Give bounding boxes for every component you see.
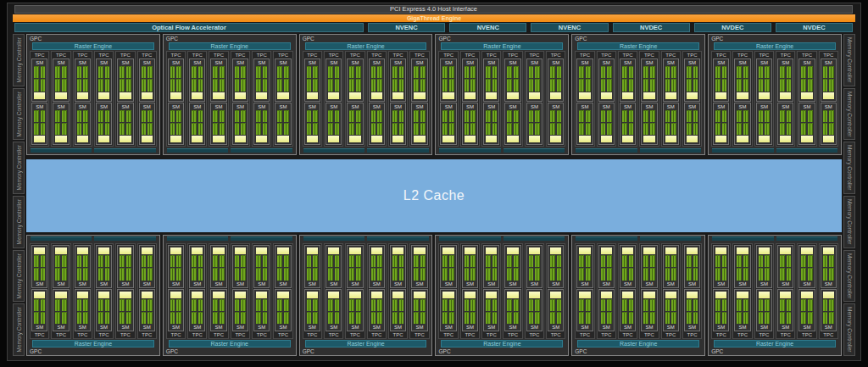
sm-label: SM bbox=[326, 103, 341, 110]
sm-core-row bbox=[256, 110, 267, 122]
core-grid-cell bbox=[328, 312, 333, 324]
core-grid-cell bbox=[535, 299, 540, 311]
sm-core-row bbox=[622, 66, 633, 78]
core-grid-cell bbox=[765, 79, 770, 91]
tpc-block: SMSMTPC bbox=[30, 243, 49, 339]
sm-register-bar bbox=[643, 136, 654, 142]
tpc-label: TPC bbox=[253, 52, 270, 58]
core-grid-cell bbox=[743, 110, 748, 122]
sm-block: SM bbox=[275, 245, 291, 288]
core-grid-cell bbox=[787, 66, 792, 78]
core-grid-cell bbox=[579, 123, 584, 135]
tpc-block: TPCSMSM bbox=[597, 51, 616, 147]
memory-controller-label: Memory Controller bbox=[16, 307, 22, 352]
sm-rows bbox=[441, 66, 455, 101]
core-grid-cell bbox=[277, 123, 282, 135]
sm-core-row bbox=[328, 255, 339, 267]
sm-label: SM bbox=[505, 281, 520, 287]
tpc-block: TPCSMSM bbox=[682, 51, 702, 147]
sm-block: SM bbox=[777, 289, 793, 332]
sm-core-row bbox=[579, 79, 590, 91]
sm-register-bar bbox=[170, 136, 181, 142]
core-grid-cell bbox=[83, 312, 88, 324]
core-grid-cell bbox=[62, 123, 67, 135]
core-grid-cell bbox=[147, 299, 153, 311]
core-grid-cell bbox=[586, 312, 591, 324]
die-outline: PCI Express 4.0 Host Interface GigaThrea… bbox=[7, 3, 861, 361]
sm-block: SM bbox=[620, 245, 636, 288]
sm-rows bbox=[714, 246, 728, 281]
sm-register-bar bbox=[98, 292, 109, 298]
tpc-label: TPC bbox=[776, 52, 794, 58]
sm-core-row bbox=[277, 312, 288, 324]
sm-label: SM bbox=[412, 281, 426, 287]
nvdec-block: NVDEC bbox=[776, 23, 853, 32]
sm-label: SM bbox=[53, 324, 68, 331]
memory-controller-label: Memory Controller bbox=[847, 92, 853, 136]
sm-core-row bbox=[801, 110, 812, 122]
core-grid-cell bbox=[313, 268, 318, 280]
core-grid-cell bbox=[514, 312, 519, 324]
sm-register-bar bbox=[759, 292, 770, 298]
sm-core-row bbox=[486, 312, 497, 324]
gpc-block: GPCRaster EngineTPCSMSMTPCSMSMTPCSMSMTPC… bbox=[299, 34, 433, 155]
sm-core-row bbox=[55, 110, 66, 122]
sm-block: SM bbox=[168, 103, 184, 146]
raster-engine-bar: Raster Engine bbox=[714, 340, 836, 348]
core-grid-cell bbox=[256, 268, 261, 280]
sm-core-row bbox=[665, 66, 676, 78]
core-grid-cell bbox=[241, 312, 246, 324]
core-grid-cell bbox=[780, 110, 785, 122]
core-grid-cell bbox=[313, 110, 318, 122]
core-grid-cell bbox=[313, 123, 318, 135]
gpu-die-diagram: PCI Express 4.0 Host Interface GigaThrea… bbox=[0, 0, 868, 367]
tpc-label: TPC bbox=[733, 52, 751, 58]
tpc-label: TPC bbox=[504, 331, 521, 338]
core-grid-cell bbox=[198, 268, 203, 280]
sm-core-row bbox=[715, 79, 726, 91]
core-grid-cell bbox=[643, 299, 648, 311]
sm-register-bar bbox=[34, 247, 45, 254]
memory-controller-segment: Memory Controller bbox=[13, 34, 25, 86]
sm-rows bbox=[620, 290, 635, 325]
sm-core-row bbox=[665, 268, 676, 280]
sm-core-row bbox=[801, 312, 812, 324]
sm-core-row bbox=[486, 123, 497, 135]
sm-rows bbox=[599, 246, 614, 281]
sm-label: SM bbox=[275, 281, 290, 287]
core-grid-cell bbox=[759, 312, 764, 324]
core-grid-cell bbox=[808, 268, 813, 280]
sm-block: SM bbox=[663, 103, 679, 146]
core-grid-cell bbox=[220, 299, 225, 311]
sm-core-row bbox=[77, 79, 88, 91]
sm-rows bbox=[305, 290, 320, 325]
tpc-label: TPC bbox=[798, 52, 815, 58]
core-grid-cell bbox=[41, 255, 46, 267]
sm-label: SM bbox=[211, 281, 225, 287]
core-grid-cell bbox=[823, 299, 828, 311]
core-grid-cell bbox=[307, 66, 312, 78]
sm-core-row bbox=[98, 66, 109, 78]
core-grid-cell bbox=[335, 299, 340, 311]
gpc-block: SMSMTPCSMSMTPCSMSMTPCSMSMTPCSMSMTPCSMSMT… bbox=[299, 235, 433, 356]
core-grid-cell bbox=[241, 255, 246, 267]
tpc-row: SMSMTPCSMSMTPCSMSMTPCSMSMTPCSMSMTPCSMSMT… bbox=[302, 242, 431, 340]
sm-rows bbox=[275, 110, 290, 145]
core-grid-cell bbox=[377, 123, 382, 135]
core-grid-cell bbox=[392, 66, 398, 78]
sm-label: SM bbox=[140, 59, 154, 66]
sm-core-row bbox=[55, 312, 66, 324]
core-grid-cell bbox=[787, 123, 792, 135]
sm-core-row bbox=[442, 255, 453, 267]
tpc-block: SMSMTPC bbox=[51, 243, 70, 339]
core-grid-cell bbox=[579, 66, 584, 78]
tpc-block: TPCSMSM bbox=[819, 51, 838, 147]
core-grid-cell bbox=[392, 79, 398, 91]
core-grid-cell bbox=[313, 79, 318, 91]
core-grid-cell bbox=[507, 312, 512, 324]
core-grid-cell bbox=[442, 268, 448, 280]
core-grid-cell bbox=[414, 299, 419, 311]
sm-core-row bbox=[170, 312, 181, 324]
core-grid-cell bbox=[465, 255, 470, 267]
sm-block: SM bbox=[576, 58, 593, 102]
